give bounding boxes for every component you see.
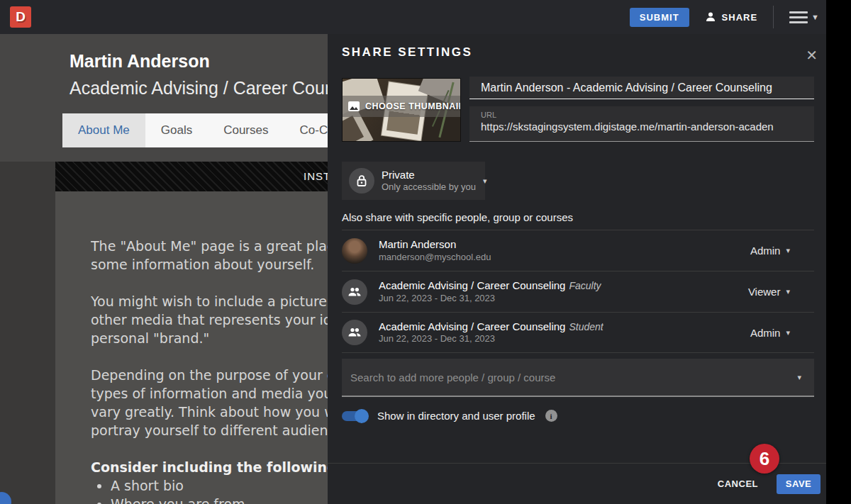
share-row-user: Martin Anderson manderson@myschool.edu A… xyxy=(342,230,814,271)
group-icon xyxy=(342,320,367,345)
topbar: D SUBMIT SHARE ▼ xyxy=(0,0,826,34)
lock-icon xyxy=(349,168,374,194)
hamburger-icon xyxy=(789,11,808,23)
directory-toggle[interactable] xyxy=(342,411,367,421)
share-name: Academic Advising / Career Counseling xyxy=(379,279,565,291)
topbar-actions: SUBMIT SHARE ▼ xyxy=(630,6,826,28)
submit-button[interactable]: SUBMIT xyxy=(630,8,689,27)
url-field-wrap: URL xyxy=(469,106,814,142)
directory-toggle-row: Show in directory and user profile i xyxy=(342,410,557,422)
cancel-button[interactable]: CANCEL xyxy=(718,478,758,489)
role-dropdown[interactable]: Viewer ▾ xyxy=(748,286,814,298)
share-list: Martin Anderson manderson@myschool.edu A… xyxy=(342,230,814,353)
search-input[interactable] xyxy=(342,371,797,383)
page-title: Martin Anderson xyxy=(69,51,210,72)
also-share-label: Also share with specific people, group o… xyxy=(342,211,573,223)
tab-about-me[interactable]: About Me xyxy=(62,113,145,147)
eportfolio-title-input[interactable] xyxy=(469,77,814,99)
visibility-dropdown[interactable]: Private Only accessible by you ▾ xyxy=(342,162,485,200)
avatar xyxy=(342,238,367,264)
topbar-divider xyxy=(773,6,774,28)
share-tag: Student xyxy=(569,321,603,332)
eportfolio-url-input[interactable] xyxy=(481,119,803,133)
share-tag: Faculty xyxy=(569,280,601,291)
choose-thumbnail-button[interactable]: CHOOSE THUMBNAIL xyxy=(343,96,460,117)
person-icon xyxy=(705,11,716,23)
share-row-group: Academic Advising / Career CounselingStu… xyxy=(342,312,814,353)
panel-footer: CANCEL SAVE xyxy=(328,463,826,504)
search-box: ▾ xyxy=(342,359,814,397)
page-left-margin xyxy=(0,162,55,504)
thumbnail-preview[interactable]: CHOOSE THUMBNAIL xyxy=(342,78,461,142)
share-name: Academic Advising / Career Counseling xyxy=(379,320,565,332)
share-row-group: Academic Advising / Career CounselingFac… xyxy=(342,271,814,312)
url-field-label: URL xyxy=(481,111,803,119)
panel-title: SHARE SETTINGS xyxy=(342,45,472,60)
chevron-down-icon: ▼ xyxy=(811,13,819,21)
chevron-down-icon: ▾ xyxy=(786,288,790,296)
chevron-down-icon: ▾ xyxy=(483,177,487,185)
tab-courses[interactable]: Courses xyxy=(208,113,284,147)
close-icon[interactable]: ✕ xyxy=(806,48,818,62)
digication-logo[interactable]: D xyxy=(10,6,31,28)
share-meta: Jun 22, 2023 - Dec 31, 2023 xyxy=(379,333,604,345)
share-button-label: SHARE xyxy=(722,12,758,23)
share-settings-panel: SHARE SETTINGS ✕ CHOOSE THUMBNAIL URL xyxy=(328,34,826,504)
role-dropdown[interactable]: Admin ▾ xyxy=(750,245,814,257)
role-value: Admin xyxy=(750,327,781,339)
directory-toggle-label: Show in directory and user profile xyxy=(377,410,535,422)
share-name: Martin Anderson xyxy=(379,238,456,250)
title-url-fields: URL xyxy=(469,77,814,142)
role-value: Admin xyxy=(750,245,781,257)
screen: Martin Anderson Academic Advising / Care… xyxy=(0,0,851,504)
menu-button[interactable]: ▼ xyxy=(789,11,819,23)
share-meta: manderson@myschool.edu xyxy=(379,252,491,264)
info-icon[interactable]: i xyxy=(545,410,557,422)
title-field-wrap xyxy=(469,77,814,99)
visibility-sublabel: Only accessible by you xyxy=(382,181,476,193)
chevron-down-icon: ▾ xyxy=(786,247,790,254)
tab-goals[interactable]: Goals xyxy=(145,113,208,147)
choose-thumbnail-label: CHOOSE THUMBNAIL xyxy=(365,101,461,111)
share-meta: Jun 22, 2023 - Dec 31, 2023 xyxy=(379,293,601,305)
image-icon xyxy=(348,101,360,111)
group-icon xyxy=(342,279,367,305)
role-value: Viewer xyxy=(748,286,781,298)
save-button[interactable]: SAVE xyxy=(777,474,821,494)
role-dropdown[interactable]: Admin ▾ xyxy=(750,327,814,339)
chevron-down-icon[interactable]: ▾ xyxy=(797,373,814,382)
share-button[interactable]: SHARE xyxy=(705,11,758,23)
step-badge: 6 xyxy=(750,444,779,474)
chevron-down-icon: ▾ xyxy=(786,329,790,337)
visibility-label: Private xyxy=(382,169,476,182)
